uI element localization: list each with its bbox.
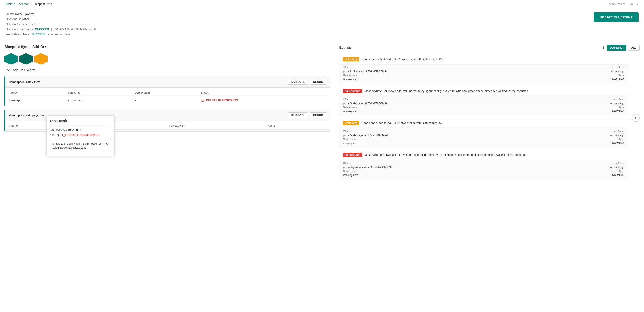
breadcrumb: Clusters › pvc-test › Blueprint Sync Aut…: [0, 0, 644, 8]
breadcrumb-sep1: ›: [16, 2, 17, 5]
event-1-lastseen-value: an hour ago: [484, 70, 624, 73]
col-addon: Add-On: [5, 89, 64, 96]
namespace-infra-section: Namespace: rafay-infra KUBECTL DEBUG Add…: [4, 76, 330, 106]
event-1-footer: Object Last Seen pod/v2-relay-agent-8566…: [340, 64, 628, 83]
kubectl-button-infra[interactable]: KUBECTL: [288, 79, 308, 85]
debug-button-infra[interactable]: DEBUG: [310, 79, 327, 85]
event-3-header: Unhealthy Readiness probe failed: HTTP p…: [340, 118, 628, 128]
debug-button-system[interactable]: DEBUG: [310, 112, 327, 118]
reachability-value: SUCCESS: [32, 32, 46, 36]
event-3-badge: Unhealthy: [343, 121, 359, 125]
event-4-badge: FailedMount: [343, 153, 362, 157]
event-1-namespace-label: Namespace: [343, 74, 483, 77]
reachability-label: Reachability check :: [5, 32, 31, 36]
event-4-header: FailedMount MountVolume.SetUp failed for…: [340, 150, 628, 160]
events-title: Events: [339, 46, 351, 50]
event-2-message: MountVolume.SetUp failed for volume "v2-…: [364, 89, 624, 93]
event-1-object-value: pod/v2-relay-agent-85664df586-5hhfk: [343, 70, 483, 73]
chevron-down-icon: ∨: [637, 3, 638, 5]
auto-refresh-value: 3s: [630, 2, 633, 5]
event-4-namespace-value: rafay-system: [343, 174, 483, 177]
tooltip-namespace-row: Namespace : rafay-infra: [50, 128, 111, 131]
events-next-button[interactable]: ›: [632, 114, 640, 122]
tooltip-popup: rook-ceph Namespace : rafay-infra Status…: [46, 115, 114, 156]
tooltip-status-label: Status :: [50, 133, 60, 137]
event-3-lastseen-label: Last Seen: [484, 130, 624, 133]
reachability-ago: a few seconds ago: [48, 33, 70, 36]
blueprint-version-value: 1.27.0: [30, 22, 38, 26]
event-2-type-label: Type: [484, 106, 624, 109]
event-3-footer: Object Last Seen pod/v2-relay-agent-7855…: [340, 128, 628, 147]
addon-published: an hour ago: [64, 96, 131, 104]
event-3-type-label: Type: [484, 138, 624, 141]
all-tab[interactable]: ALL: [628, 45, 640, 51]
event-4-footer: Object Last Seen pod/rafay-connector-v3-…: [340, 160, 628, 179]
namespace-infra-title: Namespace: rafay-infra: [8, 80, 40, 84]
event-card-3: Unhealthy Readiness probe failed: HTTP p…: [339, 118, 628, 147]
addon-status: DELETE IN PROGRESS: [197, 96, 330, 104]
event-card-4: FailedMount MountVolume.SetUp failed for…: [339, 150, 628, 179]
event-1-lastseen-label: Last Seen: [484, 66, 624, 69]
left-panel-title: Blueprint Sync - Add-Ons: [4, 45, 330, 49]
event-3-lastseen-value: an hour ago: [484, 134, 624, 137]
event-4-type-label: Type: [484, 170, 624, 173]
event-3-type-value: WARNING: [484, 142, 624, 145]
kubectl-button-system[interactable]: KUBECTL: [288, 112, 308, 118]
auto-refresh-label: Auto Refresh: [609, 2, 626, 5]
hex-1: [4, 53, 18, 65]
event-4-type-value: WARNING: [484, 174, 624, 177]
event-3-namespace-value: rafay-system: [343, 142, 483, 145]
download-icon[interactable]: ⬇: [602, 46, 605, 50]
event-4-object-label: Object: [343, 162, 483, 165]
event-3-object-value: pod/v2-relay-agent-78558c8d46-97nst: [343, 134, 483, 137]
event-1-header: Unhealthy Readiness probe failed: HTTP p…: [340, 54, 628, 64]
hex-2: [20, 53, 32, 65]
event-1-object-label: Object: [343, 66, 483, 69]
event-2-lastseen-label: Last Seen: [484, 98, 624, 101]
event-1-namespace-value: rafay-system: [343, 78, 483, 81]
update-blueprint-button[interactable]: UPDATE BLUEPRINT: [594, 12, 639, 22]
sync-timestamp: [ 07/05/2023, 03:48:33 PM GMT+5:30 ]: [51, 28, 97, 31]
breadcrumb-sep2: ›: [30, 2, 31, 5]
tooltip-spinner: [62, 133, 66, 137]
event-1-message: Readiness probe failed: HTTP probe faile…: [362, 57, 624, 61]
col-status: Status: [197, 89, 330, 96]
tooltip-namespace-value: rafay-infra: [68, 128, 81, 131]
right-panel: Events ⬇ WARNING ALL Unhealthy Readiness…: [335, 40, 644, 312]
event-4-message: MountVolume.SetUp failed for volume "con…: [364, 153, 624, 157]
events-with-nav: Unhealthy Readiness probe failed: HTTP p…: [339, 54, 640, 182]
addon-deployed: -: [131, 96, 197, 104]
sys-col-deployed: Deployed In: [166, 123, 263, 130]
reachability-row: Reachability check : SUCCESS a few secon…: [5, 32, 97, 36]
tooltip-title: rook-ceph: [50, 119, 111, 125]
event-4-lastseen-value: an hour ago: [484, 166, 624, 169]
blueprint-value: minimal: [19, 17, 29, 21]
events-header: Events ⬇ WARNING ALL: [339, 45, 640, 51]
blueprint-version-row: Blueprint Version : 1.27.0: [5, 22, 97, 26]
event-2-object-label: Object: [343, 98, 483, 101]
warning-tab[interactable]: WARNING: [607, 45, 626, 51]
blueprint-label: Blueprint :: [5, 17, 18, 21]
cluster-name-value: pvc-test: [25, 12, 36, 16]
cluster-name-row: Cluster Name : pvc-test: [5, 12, 97, 16]
delete-in-progress-status: DELETE IN PROGRESS: [201, 98, 326, 102]
event-1-type-value: WARNING: [484, 78, 624, 81]
event-2-namespace-label: Namespace: [343, 106, 483, 109]
namespace-infra-buttons: KUBECTL DEBUG: [288, 79, 327, 85]
auto-refresh[interactable]: Auto Refresh 3s ∨: [608, 2, 640, 5]
tooltip-status-row: Status : DELETE IN PROGRESS: [50, 133, 111, 137]
event-card-1: Unhealthy Readiness probe failed: HTTP p…: [339, 54, 628, 83]
tooltip-status-value: DELETE IN PROGRESS: [68, 133, 100, 137]
event-2-lastseen-value: an hour ago: [484, 102, 624, 105]
event-3-namespace-label: Namespace: [343, 138, 483, 141]
hex-container: [4, 53, 330, 65]
cluster-name-label: Cluster Name :: [5, 12, 24, 16]
table-row: rook-ceph an hour ago - DELETE IN PROGRE…: [5, 96, 330, 104]
breadcrumb-clusters[interactable]: Clusters: [4, 2, 15, 5]
event-1-type-label: Type: [484, 74, 624, 77]
hex-3: [34, 53, 48, 65]
info-panel: Cluster Name : pvc-test Blueprint : mini…: [0, 8, 644, 40]
breadcrumb-cluster[interactable]: pvc-test: [18, 2, 29, 5]
event-2-object-value: pod/v2-relay-agent-85664df586-5hhfk: [343, 102, 483, 105]
blueprint-version-label: Blueprint Version :: [5, 22, 29, 26]
